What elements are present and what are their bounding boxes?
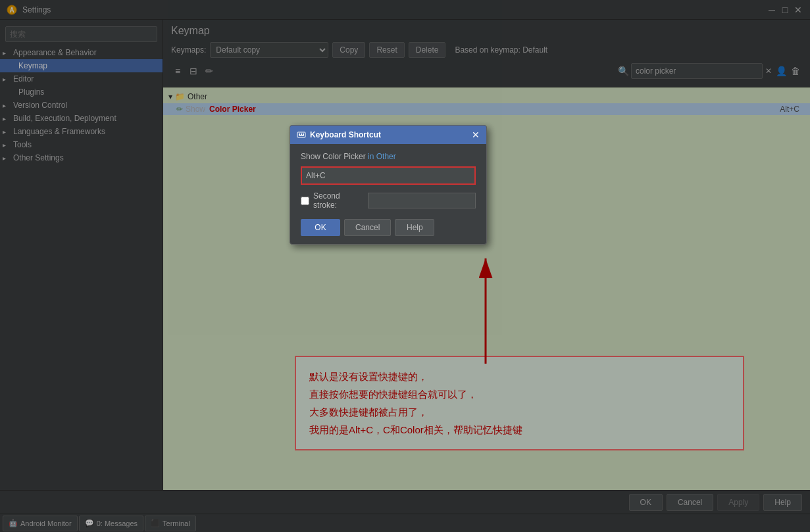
sidebar-item-build[interactable]: ▸ Build, Execution, Deployment: [0, 112, 163, 125]
svg-rect-4: [299, 133, 300, 135]
modal-title: Keyboard Shortcut: [297, 130, 381, 139]
expand-icon: ▸: [3, 102, 11, 109]
android-icon: 🤖: [9, 519, 18, 527]
annotation-line3: 大多数快捷键都被占用了，: [309, 403, 730, 421]
modal-body: Show Color Picker in Other Second stroke…: [290, 144, 486, 244]
shortcut-input[interactable]: [301, 166, 476, 185]
annotation-line1: 默认是没有设置快捷键的，: [309, 368, 730, 385]
taskbar-messages[interactable]: 💬 0: Messages: [79, 516, 143, 531]
maximize-button[interactable]: □: [780, 5, 790, 15]
svg-rect-7: [299, 135, 304, 137]
panel-title: Keymap: [171, 25, 802, 37]
sidebar-item-other-settings[interactable]: ▸ Other Settings: [0, 151, 163, 164]
item-icon: ✏: [176, 105, 183, 114]
item-label-color-picker: Color Picker: [209, 105, 256, 114]
tree-group-other[interactable]: ▾ 📁 Other: [163, 90, 810, 103]
svg-rect-6: [303, 133, 304, 135]
modal-title-bar: Keyboard Shortcut ✕: [290, 126, 486, 144]
second-stroke-row: Second stroke:: [301, 191, 476, 210]
settings-window: A Settings ─ □ ✕ ▸ Appearance & Behavior…: [0, 0, 810, 532]
sidebar-item-label: Other Settings: [13, 153, 64, 162]
minimize-button[interactable]: ─: [767, 5, 777, 15]
close-button[interactable]: ✕: [793, 5, 803, 15]
expand-icon: ▸: [3, 128, 11, 135]
modal-subtitle: Show Color Picker in Other: [301, 152, 476, 161]
search-clear-button[interactable]: ✕: [764, 66, 773, 76]
ok-bottom-button[interactable]: OK: [629, 494, 663, 511]
sidebar-item-label: Build, Execution, Deployment: [13, 114, 116, 123]
keymap-bar: Keymaps: Default copy Copy Reset Delete …: [171, 42, 802, 58]
sidebar-item-label: Plugins: [18, 87, 44, 97]
sidebar: ▸ Appearance & Behavior Keymap ▸ Editor …: [0, 20, 163, 490]
sidebar-item-plugins[interactable]: Plugins: [0, 85, 163, 99]
main-content: ▸ Appearance & Behavior Keymap ▸ Editor …: [0, 20, 810, 490]
annotation-box: 默认是没有设置快捷键的， 直接按你想要的快捷键组合就可以了， 大多数快捷键都被占…: [295, 356, 744, 450]
expand-icon: ▸: [3, 155, 11, 162]
cancel-bottom-button[interactable]: Cancel: [667, 494, 713, 511]
sidebar-item-editor[interactable]: ▸ Editor: [0, 72, 163, 85]
modal-ok-button[interactable]: OK: [301, 219, 340, 236]
sidebar-item-keymap[interactable]: Keymap: [0, 59, 163, 72]
item-label-show: Show: [186, 105, 205, 114]
panel-header: Keymap Keymaps: Default copy Copy Reset …: [163, 20, 810, 87]
modal-help-button[interactable]: Help: [395, 219, 434, 236]
terminal-icon: ⬛: [151, 519, 160, 527]
search-icon: 🔍: [617, 64, 630, 78]
sidebar-item-label: Editor: [13, 74, 34, 84]
collapse-icon: ▾: [168, 92, 172, 101]
delete-button[interactable]: Delete: [409, 42, 446, 58]
annotation-line4: 我用的是Alt+C，C和Color相关，帮助记忆快捷键: [309, 421, 730, 439]
keyboard-shortcut-modal: Keyboard Shortcut ✕ Show Color Picker in…: [290, 125, 487, 245]
apply-bottom-button[interactable]: Apply: [717, 494, 759, 511]
tree-area: ▾ 📁 Other ✏ Show Color Picker Alt+C: [163, 87, 810, 118]
based-on-label: Based on keymap: Default: [455, 45, 547, 55]
taskbar-android-monitor[interactable]: 🤖 Android Monitor: [3, 516, 78, 531]
taskbar-terminal[interactable]: ⬛ Terminal: [145, 516, 196, 531]
folder-icon: 📁: [175, 92, 185, 101]
sidebar-item-label: Appearance & Behavior: [13, 48, 97, 57]
second-stroke-checkbox[interactable]: [301, 197, 309, 205]
collapse-all-icon[interactable]: ⊟: [187, 64, 200, 78]
sidebar-item-label: Tools: [13, 140, 32, 149]
taskbar-android-label: Android Monitor: [20, 520, 72, 527]
taskbar-terminal-label: Terminal: [163, 520, 190, 527]
copy-button[interactable]: Copy: [332, 42, 365, 58]
edit-icon[interactable]: ✏: [203, 64, 216, 78]
reset-button[interactable]: Reset: [369, 42, 404, 58]
expand-all-icon[interactable]: ≡: [171, 64, 184, 78]
taskbar-messages-label: 0: Messages: [97, 520, 138, 527]
expand-icon: ▸: [3, 49, 11, 57]
second-stroke-label: Second stroke:: [313, 191, 364, 210]
modal-subtitle-prefix: Show Color Picker: [301, 152, 366, 161]
group-label: Other: [188, 92, 207, 101]
svg-text:A: A: [9, 7, 14, 14]
sidebar-item-label: Keymap: [18, 61, 47, 70]
sidebar-item-languages[interactable]: ▸ Languages & Frameworks: [0, 125, 163, 138]
keymap-dropdown[interactable]: Default copy: [210, 42, 328, 58]
modal-cancel-button[interactable]: Cancel: [344, 219, 391, 236]
user-icon[interactable]: 👤: [774, 64, 788, 78]
window-title: Settings: [22, 5, 51, 14]
modal-close-button[interactable]: ✕: [472, 130, 480, 140]
help-bottom-button[interactable]: Help: [763, 494, 802, 511]
second-stroke-input[interactable]: [368, 193, 476, 208]
toolbar-left: ≡ ⊟ ✏: [171, 64, 216, 78]
taskbar: 🤖 Android Monitor 💬 0: Messages ⬛ Termin…: [0, 514, 810, 532]
search-field[interactable]: [631, 63, 763, 79]
expand-icon: ▸: [3, 76, 11, 83]
tree-item-color-picker[interactable]: ✏ Show Color Picker Alt+C: [163, 103, 810, 115]
expand-icon: ▸: [3, 141, 11, 149]
shortcut-label: Alt+C: [780, 105, 805, 114]
sidebar-item-appearance[interactable]: ▸ Appearance & Behavior: [0, 46, 163, 59]
expand-icon: ▸: [3, 115, 11, 122]
trash-icon[interactable]: 🗑: [789, 64, 802, 78]
title-bar-controls: ─ □ ✕: [767, 5, 803, 15]
sidebar-item-tools[interactable]: ▸ Tools: [0, 138, 163, 151]
annotation-text: 默认是没有设置快捷键的， 直接按你想要的快捷键组合就可以了， 大多数快捷键都被占…: [309, 368, 730, 439]
sidebar-item-vcs[interactable]: ▸ Version Control: [0, 99, 163, 112]
modal-subtitle-context: in Other: [368, 152, 396, 161]
sidebar-search-input[interactable]: [5, 26, 157, 42]
annotation-line2: 直接按你想要的快捷键组合就可以了，: [309, 385, 730, 403]
search-right: 🔍 ✕ 👤 🗑: [617, 63, 802, 79]
sidebar-item-label: Version Control: [13, 101, 67, 110]
